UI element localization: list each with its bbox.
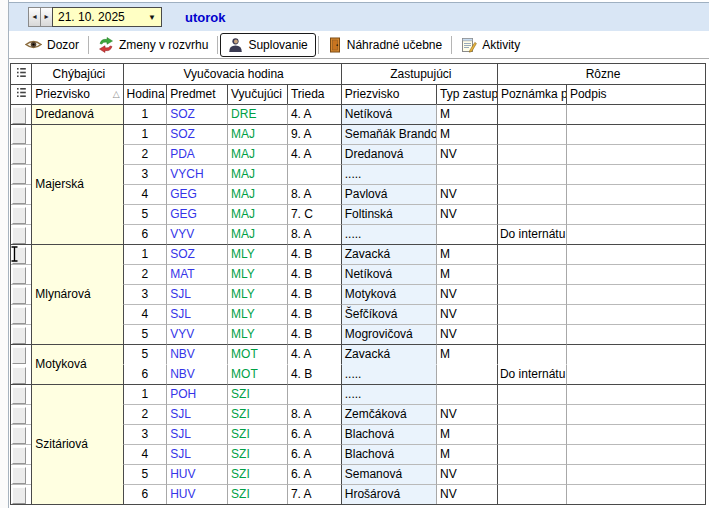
cell-podpis[interactable] bbox=[566, 204, 705, 224]
cell-predmet[interactable]: MAT bbox=[166, 264, 227, 284]
cell-poznamka[interactable] bbox=[497, 344, 566, 364]
cell-podpis[interactable] bbox=[566, 184, 705, 204]
cell-predmet[interactable]: SJL bbox=[166, 444, 227, 464]
cell-predmet[interactable]: HUV bbox=[166, 484, 227, 504]
cell-poznamka[interactable] bbox=[497, 284, 566, 304]
cell-hodina[interactable]: 1 bbox=[123, 104, 167, 124]
cell-podpis[interactable] bbox=[566, 444, 705, 464]
cell-predmet[interactable]: PDA bbox=[166, 144, 227, 164]
cell-podpis[interactable] bbox=[566, 364, 705, 384]
column-header-typ-zastupovania[interactable]: Typ zastupov bbox=[436, 84, 497, 104]
cell-podpis[interactable] bbox=[566, 344, 705, 364]
cell-podpis[interactable] bbox=[566, 104, 705, 124]
cell-zastupujuci[interactable]: Blachová bbox=[341, 424, 436, 444]
cell-hodina[interactable]: 3 bbox=[123, 284, 167, 304]
cell-zastupujuci[interactable]: Hrošárová bbox=[341, 484, 436, 504]
cell-poznamka[interactable]: Do internátu bbox=[497, 364, 566, 384]
cell-typ[interactable]: NV bbox=[436, 144, 497, 164]
cell-typ[interactable]: M bbox=[436, 444, 497, 464]
cell-predmet[interactable]: VYV bbox=[166, 324, 227, 344]
cell-podpis[interactable] bbox=[566, 124, 705, 144]
cell-poznamka[interactable] bbox=[497, 484, 566, 504]
cell-vyucujuci[interactable]: MOT bbox=[227, 364, 287, 384]
cell-vyucujuci[interactable]: MAJ bbox=[227, 144, 287, 164]
cell-poznamka[interactable] bbox=[497, 164, 566, 184]
row-selector[interactable] bbox=[11, 404, 31, 424]
cell-predmet[interactable]: HUV bbox=[166, 464, 227, 484]
tab-dozor[interactable]: Dozor bbox=[18, 35, 86, 55]
cell-zastupujuci[interactable]: Motyková bbox=[341, 284, 436, 304]
cell-hodina[interactable]: 5 bbox=[123, 344, 167, 364]
cell-predmet[interactable]: SJL bbox=[166, 424, 227, 444]
row-selector[interactable] bbox=[11, 264, 31, 284]
cell-trieda[interactable] bbox=[287, 164, 341, 184]
absent-teacher-cell[interactable]: Motyková bbox=[31, 344, 122, 384]
cell-predmet[interactable]: SJL bbox=[166, 404, 227, 424]
cell-vyucujuci[interactable]: SZI bbox=[227, 404, 287, 424]
cell-zastupujuci[interactable]: Blachová bbox=[341, 444, 436, 464]
cell-typ[interactable]: NV bbox=[436, 304, 497, 324]
row-selector[interactable] bbox=[11, 144, 31, 164]
tab-zmeny-v-rozvrhu[interactable]: Zmeny v rozvrhu bbox=[91, 34, 215, 56]
cell-trieda[interactable]: 4. B bbox=[287, 284, 341, 304]
cell-podpis[interactable] bbox=[566, 304, 705, 324]
cell-zastupujuci[interactable]: Šefčíková bbox=[341, 304, 436, 324]
row-selector[interactable] bbox=[11, 484, 31, 504]
cell-predmet[interactable]: GEG bbox=[166, 184, 227, 204]
cell-predmet[interactable]: GEG bbox=[166, 204, 227, 224]
column-header-hodina[interactable]: Hodina bbox=[123, 84, 167, 104]
cell-hodina[interactable]: 1 bbox=[123, 124, 167, 144]
cell-trieda[interactable]: 4. B bbox=[287, 324, 341, 344]
cell-vyucujuci[interactable]: SZI bbox=[227, 484, 287, 504]
cell-predmet[interactable]: VYCH bbox=[166, 164, 227, 184]
grid-properties-button[interactable] bbox=[11, 84, 31, 104]
cell-typ[interactable] bbox=[436, 164, 497, 184]
cell-podpis[interactable] bbox=[566, 144, 705, 164]
cell-trieda[interactable]: 4. B bbox=[287, 364, 341, 384]
cell-zastupujuci[interactable]: ..... bbox=[341, 384, 436, 404]
cell-vyucujuci[interactable]: MAJ bbox=[227, 124, 287, 144]
cell-poznamka[interactable] bbox=[497, 464, 566, 484]
cell-vyucujuci[interactable]: SZI bbox=[227, 424, 287, 444]
cell-hodina[interactable]: 1 bbox=[123, 244, 167, 264]
cell-typ[interactable]: NV bbox=[436, 404, 497, 424]
cell-podpis[interactable] bbox=[566, 264, 705, 284]
cell-vyucujuci[interactable]: MLY bbox=[227, 284, 287, 304]
section-header-zastupujuci[interactable]: Zastupujúci bbox=[341, 64, 497, 84]
cell-zastupujuci[interactable]: Pavlová bbox=[341, 184, 436, 204]
cell-typ[interactable]: NV bbox=[436, 204, 497, 224]
cell-hodina[interactable]: 2 bbox=[123, 264, 167, 284]
cell-typ[interactable]: NV bbox=[436, 324, 497, 344]
cell-hodina[interactable]: 6 bbox=[123, 484, 167, 504]
cell-typ[interactable]: NV bbox=[436, 464, 497, 484]
column-header-poznamka[interactable]: Poznámka pre bbox=[497, 84, 566, 104]
row-selector[interactable] bbox=[11, 464, 31, 484]
column-header-priezvisko-substitute[interactable]: Priezvisko bbox=[341, 84, 436, 104]
date-field[interactable]: 21. 10. 2025 ▼ bbox=[52, 7, 162, 27]
cell-trieda[interactable]: 8. A bbox=[287, 184, 341, 204]
cell-typ[interactable]: M bbox=[436, 424, 497, 444]
cell-trieda[interactable]: 6. A bbox=[287, 424, 341, 444]
cell-vyucujuci[interactable]: MAJ bbox=[227, 224, 287, 244]
cell-poznamka[interactable] bbox=[497, 404, 566, 424]
cell-zastupujuci[interactable]: Semaňák Brandon bbox=[341, 124, 436, 144]
cell-poznamka[interactable] bbox=[497, 444, 566, 464]
cell-podpis[interactable] bbox=[566, 164, 705, 184]
cell-zastupujuci[interactable]: Zemčáková bbox=[341, 404, 436, 424]
cell-poznamka[interactable] bbox=[497, 244, 566, 264]
cell-typ[interactable]: NV bbox=[436, 284, 497, 304]
cell-poznamka[interactable] bbox=[497, 104, 566, 124]
cell-predmet[interactable]: NBV bbox=[166, 364, 227, 384]
cell-trieda[interactable]: 6. A bbox=[287, 444, 341, 464]
cell-vyucujuci[interactable]: MAJ bbox=[227, 164, 287, 184]
row-selector[interactable] bbox=[11, 224, 31, 244]
cell-predmet[interactable]: VYV bbox=[166, 224, 227, 244]
cell-poznamka[interactable] bbox=[497, 144, 566, 164]
cell-hodina[interactable]: 5 bbox=[123, 324, 167, 344]
cell-poznamka[interactable] bbox=[497, 264, 566, 284]
cell-typ[interactable]: M bbox=[436, 264, 497, 284]
cell-typ[interactable]: M bbox=[436, 104, 497, 124]
column-header-predmet[interactable]: Predmet bbox=[166, 84, 227, 104]
cell-typ[interactable] bbox=[436, 384, 497, 404]
cell-poznamka[interactable] bbox=[497, 204, 566, 224]
